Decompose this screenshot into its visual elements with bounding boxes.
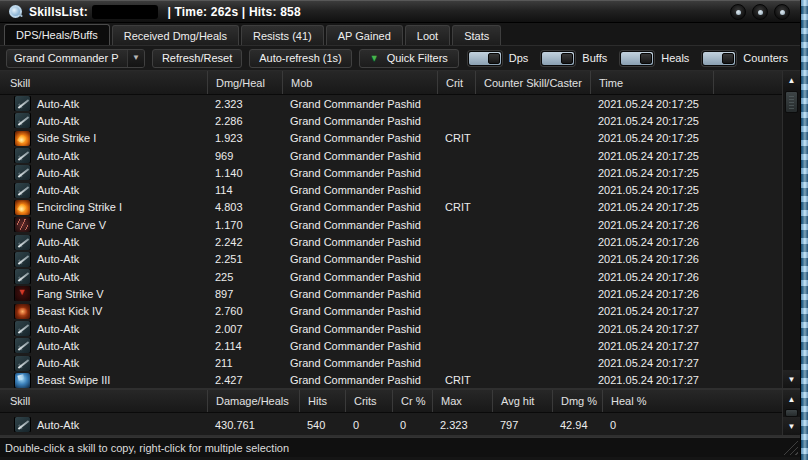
- magnifier-app-icon: [8, 4, 23, 19]
- skill-log-row[interactable]: Auto-Atk2.007Grand Commander Pashid2021.…: [0, 320, 782, 337]
- tab-ap-gained[interactable]: AP Gained: [326, 25, 403, 45]
- window-button-1[interactable]: [730, 4, 746, 20]
- skill-log-row[interactable]: Auto-Atk211Grand Commander Pashid2021.05…: [0, 354, 782, 371]
- skill-log-row[interactable]: Fang Strike V897Grand Commander Pashid20…: [0, 285, 782, 302]
- sum-col-damage-heals[interactable]: Damage/Heals: [207, 390, 299, 412]
- skill-log-row[interactable]: Side Strike I1.923Grand Commander Pashid…: [0, 130, 782, 147]
- tab-loot[interactable]: Loot: [405, 25, 450, 45]
- summary-scrollbar[interactable]: ▲ ▼: [782, 390, 800, 435]
- skill-log-row[interactable]: Auto-Atk1.140Grand Commander Pashid2021.…: [0, 164, 782, 181]
- col-counter-skill-caster[interactable]: Counter Skill/Caster: [475, 71, 590, 94]
- summary-damage-cell: 430.761: [207, 419, 299, 431]
- crit-cell: CRIT: [437, 374, 475, 386]
- dps-toggle[interactable]: [468, 51, 502, 66]
- summary-hits-cell: 540: [299, 419, 345, 431]
- col-time[interactable]: Time: [590, 71, 713, 94]
- green-chevron-down-icon: ▼: [370, 54, 379, 63]
- mob-cell: Grand Commander Pashid: [282, 271, 437, 283]
- window-button-2[interactable]: [752, 4, 768, 20]
- auto-refresh-button[interactable]: Auto-refresh (1s): [249, 49, 352, 68]
- summary-scroll-up-icon[interactable]: ▲: [783, 390, 800, 408]
- col-crit[interactable]: Crit: [437, 71, 475, 94]
- summary-row[interactable]: Auto-Atk 430.761 540 0 0 2.323 797 42.94…: [0, 413, 782, 436]
- skill-name: Side Strike I: [37, 132, 96, 144]
- skill-cell: Auto-Atk: [0, 235, 207, 250]
- skill-log-row[interactable]: Rune Carve V1.170Grand Commander Pashid2…: [0, 216, 782, 233]
- scroll-down-icon[interactable]: ▼: [783, 370, 800, 388]
- skill-cell: Auto-Atk: [0, 338, 207, 353]
- mob-cell: Grand Commander Pashid: [282, 115, 437, 127]
- sum-col-heal-pct[interactable]: Heal %: [602, 390, 782, 412]
- scroll-thumb[interactable]: [785, 91, 798, 113]
- tab-received-dmg-heals[interactable]: Received Dmg/Heals: [112, 25, 239, 45]
- skill-log-row[interactable]: Auto-Atk2.286Grand Commander Pashid2021.…: [0, 112, 782, 129]
- skill-log-row[interactable]: Auto-Atk2.114Grand Commander Pashid2021.…: [0, 337, 782, 354]
- scroll-track[interactable]: [783, 89, 800, 370]
- resize-grip[interactable]: [783, 440, 798, 455]
- dmg-heal-cell: 897: [207, 288, 282, 300]
- refresh-reset-button[interactable]: Refresh/Reset: [152, 49, 242, 68]
- skill-log-row[interactable]: Encircling Strike I4.803Grand Commander …: [0, 199, 782, 216]
- summary-table: Skill Damage/Heals Hits Crits Cr % Max A…: [0, 390, 800, 437]
- dps-toggle-label: Dps: [509, 52, 529, 64]
- skill-cell: Auto-Atk: [0, 269, 207, 284]
- summary-scroll-track[interactable]: [783, 408, 800, 417]
- sword-icon: [15, 113, 30, 128]
- time-cell: 2021.05.24 20:17:26: [590, 271, 713, 283]
- mob-cell: Grand Commander Pashid: [282, 201, 437, 213]
- col-skill[interactable]: Skill: [0, 71, 207, 94]
- col-dmg-heal[interactable]: Dmg/Heal: [207, 71, 282, 94]
- skill-log-row[interactable]: Auto-Atk2.323Grand Commander Pashid2021.…: [0, 95, 782, 112]
- buffs-toggle[interactable]: [541, 51, 575, 66]
- summary-skill-cell: Auto-Atk: [0, 417, 207, 432]
- sum-col-crits[interactable]: Crits: [345, 390, 392, 412]
- summary-scroll-thumb[interactable]: [785, 409, 798, 417]
- time-cell: 2021.05.24 20:17:27: [590, 357, 713, 369]
- sum-col-avg-hit[interactable]: Avg hit: [492, 390, 552, 412]
- scroll-up-icon[interactable]: ▲: [783, 71, 800, 89]
- sum-col-dmg-pct[interactable]: Dmg %: [552, 390, 602, 412]
- tab-dps-heals-buffs[interactable]: DPS/Heals/Buffs: [4, 24, 110, 45]
- skill-log-row[interactable]: Auto-Atk114Grand Commander Pashid2021.05…: [0, 181, 782, 198]
- counters-toggle[interactable]: [702, 51, 736, 66]
- crit-cell: CRIT: [437, 201, 475, 213]
- tab-resists[interactable]: Resists (41): [241, 25, 324, 45]
- skill-log-row[interactable]: Auto-Atk225Grand Commander Pashid2021.05…: [0, 268, 782, 285]
- skill-name: Auto-Atk: [37, 98, 79, 110]
- quick-filters-button[interactable]: ▼ Quick Filters: [359, 49, 459, 68]
- main-scrollbar[interactable]: ▲ ▼: [782, 71, 800, 388]
- skill-log-row[interactable]: Auto-Atk2.242Grand Commander Pashid2021.…: [0, 233, 782, 250]
- beast-kick-icon: [15, 304, 30, 319]
- skill-cell: Auto-Atk: [0, 165, 207, 180]
- sword-icon: [15, 338, 30, 353]
- col-mob[interactable]: Mob: [282, 71, 437, 94]
- time-cell: 2021.05.24 20:17:27: [590, 340, 713, 352]
- sword-icon: [15, 235, 30, 250]
- mob-cell: Grand Commander Pashid: [282, 305, 437, 317]
- heals-toggle[interactable]: [620, 51, 654, 66]
- skill-name: Auto-Atk: [37, 115, 79, 127]
- skill-name: Auto-Atk: [37, 340, 79, 352]
- skill-cell: Auto-Atk: [0, 148, 207, 163]
- skill-log-row[interactable]: Beast Kick IV2.760Grand Commander Pashid…: [0, 303, 782, 320]
- rune-carve-icon: [15, 217, 30, 232]
- title-bar[interactable]: SkillsList: | Time: 262s | Hits: 858: [0, 0, 800, 23]
- sum-col-max[interactable]: Max: [432, 390, 492, 412]
- skill-log-row[interactable]: Auto-Atk2.251Grand Commander Pashid2021.…: [0, 251, 782, 268]
- skill-log-row[interactable]: Auto-Atk969Grand Commander Pashid2021.05…: [0, 147, 782, 164]
- skill-cell: Beast Kick IV: [0, 304, 207, 319]
- target-dropdown[interactable]: Grand Commander P ▼: [6, 49, 145, 68]
- skill-name: Auto-Atk: [37, 357, 79, 369]
- skill-log-row[interactable]: Beast Swipe III2.427Grand Commander Pash…: [0, 372, 782, 388]
- sum-col-hits[interactable]: Hits: [299, 390, 345, 412]
- time-cell: 2021.05.24 20:17:27: [590, 374, 713, 386]
- dmg-heal-cell: 4.803: [207, 201, 282, 213]
- sum-col-cr-pct[interactable]: Cr %: [392, 390, 432, 412]
- sum-col-skill[interactable]: Skill: [0, 390, 207, 412]
- tab-stats[interactable]: Stats: [452, 25, 501, 45]
- skill-cell: Auto-Atk: [0, 183, 207, 198]
- skill-cell: Fang Strike V: [0, 286, 207, 301]
- summary-scroll-down-icon[interactable]: ▼: [783, 417, 800, 435]
- sword-icon: [15, 269, 30, 284]
- window-button-3[interactable]: [774, 4, 790, 20]
